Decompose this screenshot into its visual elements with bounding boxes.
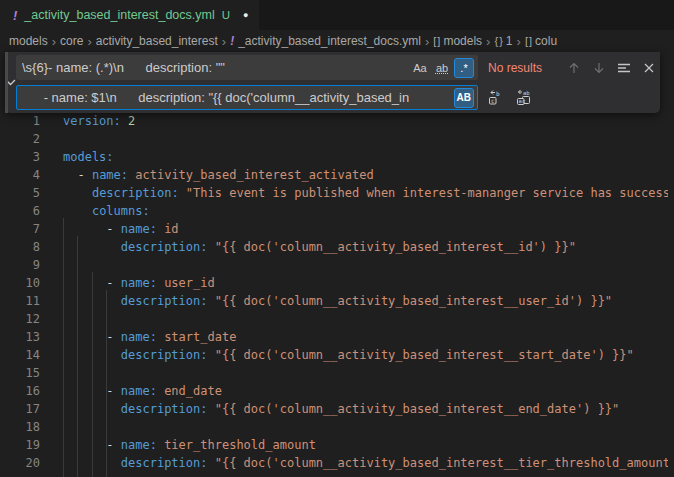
next-match-button[interactable]: [588, 57, 610, 79]
find-in-selection-icon: [617, 62, 631, 74]
line-number: 15: [0, 364, 40, 382]
line-number: 7: [0, 220, 40, 238]
line-number: 1: [0, 112, 40, 130]
find-in-selection-button[interactable]: [613, 57, 635, 79]
tab-filename: _activity_based_interest_docs.yml: [24, 8, 214, 22]
replace-row: - name: $1\n description: "{{ doc('colum…: [16, 85, 660, 110]
symbol-array-icon: [ ]: [433, 35, 439, 47]
svg-text:c: c: [491, 97, 495, 104]
breadcrumb-label: models: [443, 34, 482, 48]
line-number: 18: [0, 418, 40, 436]
line-number: 4: [0, 166, 40, 184]
exclamation-icon: !: [230, 34, 234, 48]
code-line[interactable]: description: "{{ doc('column__activity_b…: [63, 400, 668, 418]
breadcrumb-label: colu: [535, 34, 557, 48]
tab-active-file[interactable]: ! _activity_based_interest_docs.yml U ●: [0, 0, 260, 30]
editor-pane[interactable]: 1version: 223models:4 - name: activity_b…: [0, 52, 674, 477]
code-line[interactable]: [63, 256, 668, 274]
modified-dot-icon[interactable]: ●: [243, 10, 248, 20]
code-line[interactable]: description: "{{ doc('column__activity_b…: [63, 346, 668, 364]
replace-icon: b c: [487, 89, 504, 106]
replace-button[interactable]: b c: [483, 87, 507, 109]
code-line[interactable]: [63, 418, 668, 436]
breadcrumb-item[interactable]: activity_based_interest: [96, 34, 218, 48]
whole-word-label: ab: [436, 62, 448, 74]
code-line[interactable]: description: "{{ doc('column__activity_b…: [63, 238, 668, 256]
close-find-widget-button[interactable]: [638, 57, 660, 79]
git-status-badge: U: [222, 9, 230, 21]
code-line[interactable]: columns:: [63, 202, 668, 220]
replace-all-button[interactable]: ab ac: [512, 87, 536, 109]
match-case-button[interactable]: Aa: [410, 58, 430, 78]
breadcrumb-item[interactable]: [ ]models: [433, 34, 482, 48]
line-number: 3: [0, 148, 40, 166]
breadcrumb-label: models: [9, 34, 48, 48]
arrow-down-icon: [592, 61, 606, 75]
close-icon: [643, 62, 655, 74]
line-number: 20: [0, 454, 40, 472]
code-line[interactable]: description: "{{ doc('column__activity_b…: [63, 292, 668, 310]
find-replace-widget: \s{6}- name: (.*)\n description: "" Aa a…: [5, 52, 660, 113]
tab-bar: ! _activity_based_interest_docs.yml U ●: [0, 0, 674, 30]
line-number: 19: [0, 436, 40, 454]
breadcrumb-separator-icon: ›: [222, 34, 226, 49]
code-line[interactable]: version: 2: [63, 112, 668, 130]
line-number: 12: [0, 310, 40, 328]
breadcrumb-item[interactable]: !_activity_based_interest_docs.yml: [230, 34, 421, 48]
svg-text:b: b: [496, 90, 500, 97]
breadcrumb-separator-icon: ›: [486, 34, 490, 49]
replace-all-icon: ab ac: [515, 89, 533, 106]
code-line[interactable]: - name: end_date: [63, 382, 668, 400]
code-line[interactable]: - name: start_date: [63, 328, 668, 346]
svg-text:ac: ac: [519, 98, 526, 104]
breadcrumb-label: _activity_based_interest_docs.yml: [238, 34, 421, 48]
code-line[interactable]: [63, 310, 668, 328]
breadcrumb-item[interactable]: { }1: [494, 34, 512, 48]
replace-value-text: - name: $1\n description: "{{ doc('colum…: [22, 90, 451, 105]
code-line[interactable]: - name: id: [63, 220, 668, 238]
line-number: 16: [0, 382, 40, 400]
line-number: 10: [0, 274, 40, 292]
find-query-text: \s{6}- name: (.*)\n description: "": [22, 60, 407, 75]
line-number: 11: [0, 292, 40, 310]
breadcrumb-label: 1: [506, 34, 513, 48]
line-number: 13: [0, 328, 40, 346]
breadcrumb-label: core: [60, 34, 83, 48]
code-line[interactable]: [63, 364, 668, 382]
line-number: 2: [0, 130, 40, 148]
breadcrumb-item[interactable]: models: [9, 34, 48, 48]
find-row: \s{6}- name: (.*)\n description: "" Aa a…: [16, 55, 660, 80]
line-number: 9: [0, 256, 40, 274]
whole-word-button[interactable]: ab: [432, 58, 452, 78]
breadcrumb-label: activity_based_interest: [96, 34, 218, 48]
code-line[interactable]: - name: user_id: [63, 274, 668, 292]
symbol-array-icon: [ ]: [525, 35, 531, 47]
code-line[interactable]: models:: [63, 148, 668, 166]
code-line[interactable]: description: "{{ doc('column__activity_b…: [63, 454, 668, 472]
breadcrumb-separator-icon: ›: [517, 34, 521, 49]
breadcrumb-item[interactable]: core: [60, 34, 83, 48]
line-number: 8: [0, 238, 40, 256]
yaml-file-icon: !: [13, 8, 17, 23]
arrow-up-icon: [567, 61, 581, 75]
previous-match-button[interactable]: [563, 57, 585, 79]
code-line[interactable]: [63, 130, 668, 148]
breadcrumb-separator-icon: ›: [52, 34, 56, 49]
code-line[interactable]: description: "This event is published wh…: [63, 184, 668, 202]
code-line[interactable]: - name: activity_based_interest_activate…: [63, 166, 668, 184]
find-widget-resize-sash[interactable]: [5, 52, 8, 113]
code-line[interactable]: - name: tier_threshold_amount: [63, 436, 668, 454]
preserve-case-button[interactable]: AB: [454, 88, 474, 108]
line-number: 5: [0, 184, 40, 202]
replace-input[interactable]: - name: $1\n description: "{{ doc('colum…: [16, 85, 478, 110]
regex-button[interactable]: .*: [454, 58, 474, 78]
find-results-count: No results: [488, 61, 560, 75]
breadcrumb: models›core›activity_based_interest›!_ac…: [0, 30, 674, 52]
symbol-object-icon: { }: [494, 35, 501, 47]
breadcrumb-item[interactable]: [ ]colu: [525, 34, 557, 48]
breadcrumb-separator-icon: ›: [87, 34, 91, 49]
line-number: 6: [0, 202, 40, 220]
line-number: 17: [0, 400, 40, 418]
svg-text:ab: ab: [523, 90, 530, 96]
find-input[interactable]: \s{6}- name: (.*)\n description: "" Aa a…: [16, 55, 478, 80]
